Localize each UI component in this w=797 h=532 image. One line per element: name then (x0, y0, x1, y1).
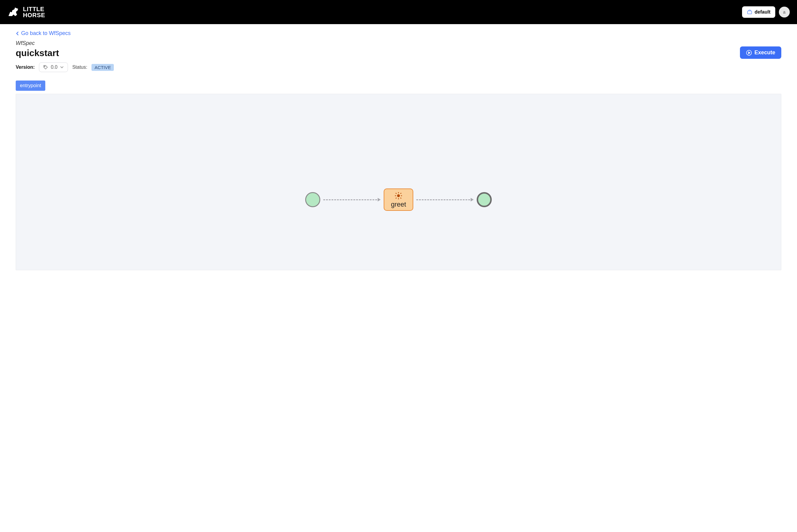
svg-rect-0 (747, 11, 752, 14)
header-actions: default a (742, 6, 790, 18)
page-content: Go back to WfSpecs WfSpec quickstart Exe… (0, 24, 797, 276)
tag-icon (43, 64, 48, 70)
edge-line (323, 200, 377, 200)
gear-icon (394, 191, 403, 200)
back-link[interactable]: Go back to WfSpecs (16, 30, 71, 37)
chevron-down-icon (60, 65, 64, 69)
play-circle-icon (746, 50, 752, 56)
execute-label: Execute (755, 50, 775, 56)
avatar[interactable]: a (779, 7, 790, 18)
task-label: greet (391, 201, 406, 208)
tenant-selector[interactable]: default (742, 6, 775, 18)
svg-point-2 (44, 66, 45, 66)
tenant-label: default (755, 10, 771, 15)
page-title: quickstart (16, 48, 59, 58)
task-node-greet[interactable]: greet (384, 189, 413, 211)
chevron-left-icon (16, 31, 19, 36)
status-badge: ACTIVE (91, 64, 114, 71)
briefcase-icon (747, 10, 752, 15)
status-label: Status: (72, 64, 87, 70)
entrypoint-chip[interactable]: entrypoint (16, 80, 45, 91)
execute-button[interactable]: Execute (740, 46, 781, 59)
horse-icon (7, 7, 20, 18)
edge (416, 200, 474, 200)
workflow-canvas[interactable]: greet (16, 94, 781, 270)
app-header: LITTLE HORSE default a (0, 0, 797, 24)
meta-row: Version: 0.0 Status: ACTIVE (16, 62, 781, 72)
arrow-right-icon (378, 198, 381, 202)
brand-line2: HORSE (23, 12, 45, 18)
svg-point-3 (398, 194, 400, 197)
start-node[interactable] (305, 192, 320, 207)
brand-logo: LITTLE HORSE (7, 6, 45, 18)
version-value: 0.0 (51, 64, 57, 70)
workflow-diagram: greet (305, 189, 492, 211)
breadcrumb: WfSpec (16, 40, 781, 46)
version-selector[interactable]: 0.0 (39, 62, 68, 72)
edge (323, 200, 381, 200)
avatar-initial: a (783, 10, 785, 15)
arrow-right-icon (471, 198, 474, 202)
end-node[interactable] (477, 192, 492, 207)
back-link-text: Go back to WfSpecs (21, 30, 71, 37)
version-label: Version: (16, 64, 35, 70)
edge-line (416, 200, 470, 200)
brand-line1: LITTLE (23, 6, 45, 12)
